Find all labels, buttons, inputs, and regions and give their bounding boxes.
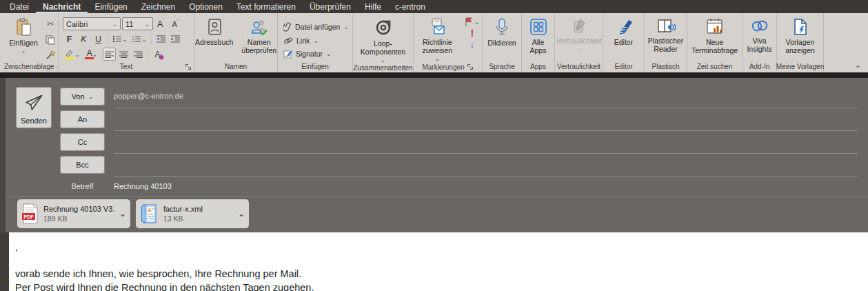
chevron-down-icon: ⌄	[88, 94, 94, 99]
paste-button[interactable]: Einfügen ⌄	[6, 16, 41, 55]
group-text: Calibri⌄ 11⌄ Aˆ Aˇ F K U	[59, 13, 194, 72]
address-book-icon	[206, 18, 223, 36]
group-label-sprache: Sprache	[483, 61, 521, 72]
bold-button[interactable]: F	[63, 32, 76, 46]
font-color-swatch	[85, 57, 94, 59]
attachment-xml[interactable]: A factur-x.xml 13 KB ⌄	[136, 199, 249, 228]
body-salutation: ,	[15, 240, 868, 254]
underline-button[interactable]: U	[92, 32, 105, 46]
grow-font-button[interactable]: Aˆ	[154, 17, 168, 30]
attachment-size: 189 KB	[43, 214, 114, 223]
align-left-button[interactable]	[103, 48, 116, 61]
tab-hilfe[interactable]: Hilfe	[358, 0, 388, 13]
tab-ueberpruefen[interactable]: Überprüfen	[303, 0, 358, 13]
font-name-select[interactable]: Calibri⌄	[63, 17, 121, 30]
tab-c-entron[interactable]: c-entron	[388, 0, 432, 13]
body-line: vorab sende ich Ihnen, wie besprochen, I…	[15, 267, 868, 281]
bcc-field-underline	[114, 176, 858, 177]
attachment-name: Rechnung 40103 V3.pdf	[43, 205, 114, 213]
chevron-down-icon[interactable]: ⌄	[21, 49, 26, 53]
group-label-zwischenablage: Zwischenablage	[4, 62, 58, 72]
from-button[interactable]: Von⌄	[60, 88, 105, 106]
assign-policy-button[interactable]: Richtlinie zuweisen ⌄	[414, 16, 461, 63]
follow-up-flag-button[interactable]: ⌄	[465, 17, 480, 26]
bullet-list-icon	[112, 35, 122, 43]
meeting-poll-icon	[705, 18, 725, 36]
group-label-vertraulichkeit: Vertraulichkeit	[555, 61, 603, 72]
format-painter-button[interactable]	[44, 49, 57, 62]
separator	[148, 48, 148, 60]
attachment-pdf[interactable]: PDF Rechnung 40103 V3.pdf 189 KB ⌄	[17, 199, 130, 228]
collapse-ribbon-icon[interactable]: ⌄	[855, 61, 861, 70]
check-names-button[interactable]: Namen überprüfen	[238, 16, 280, 57]
editor-button[interactable]: Editor	[611, 16, 636, 48]
group-label-namen: Namen	[194, 61, 277, 72]
font-size-select[interactable]: 11⌄	[122, 17, 153, 30]
view-templates-button[interactable]: Vorlagen anzeigen	[777, 16, 823, 57]
addressbook-button[interactable]: Adressbuch	[192, 16, 236, 48]
text-highlight-button[interactable]: ⌄	[63, 48, 81, 61]
link-button[interactable]: Link ⌄	[283, 37, 319, 45]
message-body[interactable]: , vorab sende ich Ihnen, wie besprochen,…	[0, 232, 868, 291]
group-einfuegen: Datei anfügen ⌄ Link ⌄	[278, 13, 353, 72]
svg-text:PDF: PDF	[24, 214, 34, 219]
all-apps-button[interactable]: Alle Apps	[522, 16, 554, 57]
group-label-einfuegen: Einfügen	[278, 61, 352, 72]
increase-indent-button[interactable]	[169, 32, 182, 46]
subject-value[interactable]: Rechnung 40103	[114, 182, 172, 190]
dialog-launcher-icon[interactable]	[185, 63, 192, 70]
attachment-menu-icon[interactable]: ⌄	[238, 212, 245, 216]
tab-optionen[interactable]: Optionen	[182, 0, 230, 13]
loop-components-button[interactable]: Loop-Komponenten ⌄	[353, 16, 413, 64]
decrease-indent-button[interactable]	[154, 32, 168, 46]
highlight-color-swatch	[65, 57, 74, 59]
from-row: Von⌄ popper@c-entron.de	[6, 88, 868, 110]
apps-grid-icon	[529, 18, 547, 36]
group-plastisch: Plastischer Reader Plastisch	[645, 13, 687, 72]
dialog-launcher-icon[interactable]	[56, 63, 58, 70]
to-button[interactable]: An	[60, 110, 105, 128]
shrink-font-button[interactable]: Aˇ	[169, 17, 182, 30]
dictate-button[interactable]: Diktieren	[484, 16, 519, 49]
bcc-button[interactable]: Bcc	[60, 156, 105, 174]
numbering-button[interactable]: ⌄	[130, 32, 148, 46]
align-center-icon	[119, 51, 128, 58]
cc-button[interactable]: Cc	[60, 133, 105, 151]
group-apps: Alle Apps Apps	[522, 13, 555, 72]
link-icon	[283, 37, 293, 45]
bullets-button[interactable]: ⌄	[111, 32, 129, 46]
attach-file-button[interactable]: Datei anfügen ⌄	[283, 22, 349, 32]
signature-button[interactable]: Signatur ⌄	[283, 50, 332, 59]
align-center-button[interactable]	[117, 48, 130, 61]
dialog-launcher-icon[interactable]	[467, 63, 474, 70]
from-value[interactable]: popper@c-entron.de	[114, 92, 183, 100]
immersive-reader-button[interactable]: Plastischer Reader	[645, 16, 687, 55]
cut-button[interactable]: ✂	[44, 17, 57, 30]
tab-datei[interactable]: Datei	[3, 0, 36, 13]
align-right-button[interactable]	[132, 48, 145, 61]
tab-nachricht[interactable]: Nachricht	[36, 0, 88, 13]
tab-einfuegen[interactable]: Einfügen	[88, 0, 134, 13]
outlook-compose-window: Datei Nachricht Einfügen Zeichnen Option…	[0, 0, 868, 291]
svg-text:A: A	[148, 207, 152, 214]
group-label-editor: Editor	[603, 61, 644, 72]
eraser-icon	[159, 54, 164, 60]
new-meeting-poll-button[interactable]: Neue Terminabfrage	[687, 16, 742, 57]
copy-button[interactable]	[44, 33, 57, 46]
bcc-row: Bcc	[6, 156, 868, 179]
low-importance-button[interactable]: ↓	[470, 40, 474, 50]
clear-formatting-button[interactable]: A	[151, 48, 164, 61]
separator	[108, 33, 108, 45]
group-editor: Editor Editor	[603, 13, 645, 72]
to-field-underline	[114, 130, 858, 131]
group-label-apps: Apps	[522, 61, 554, 72]
font-color-button[interactable]: A ⌄	[83, 48, 101, 61]
clipboard-paste-icon	[14, 18, 32, 37]
tab-zeichnen[interactable]: Zeichnen	[134, 0, 182, 13]
italic-button[interactable]: K	[77, 32, 90, 46]
tab-text-formatieren[interactable]: Text formatieren	[230, 0, 303, 13]
group-label-plastisch: Plastisch	[645, 61, 687, 72]
high-importance-button[interactable]: !	[470, 28, 474, 38]
viva-insights-button[interactable]: Viva Insights	[743, 16, 776, 55]
attachment-menu-icon[interactable]: ⌄	[119, 212, 126, 216]
